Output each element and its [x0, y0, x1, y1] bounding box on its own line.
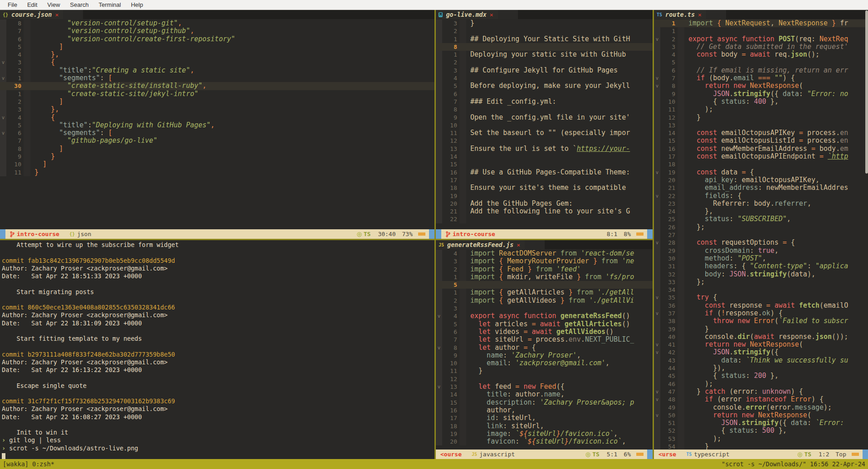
- fold-chevron-icon[interactable]: v: [654, 192, 660, 200]
- fold-chevron-icon[interactable]: v: [654, 309, 660, 317]
- code-token: getAllArticles: [503, 288, 569, 296]
- code-text: "title":"Deploying with GitHub Pages",: [30, 121, 215, 129]
- code-token: process: [807, 129, 836, 137]
- fold-chevron-icon[interactable]: v: [654, 411, 660, 419]
- code-token: name: [544, 390, 561, 398]
- code-text: [466, 43, 470, 51]
- close-icon[interactable]: ×: [55, 11, 59, 18]
- code-text: body: JSON.stringify(data),: [684, 271, 815, 278]
- code-token: articles: [495, 320, 527, 328]
- scrollbar[interactable]: [865, 10, 868, 174]
- pane-shell-terminal[interactable]: Attempt to wire up the subscribe form wi…: [0, 240, 434, 459]
- line-number: 11: [6, 169, 24, 176]
- sign-column: [459, 98, 466, 106]
- statusline-go-live: intro-course 8:1 8%: [436, 229, 653, 239]
- menu-item-help[interactable]: Help: [126, 1, 148, 8]
- code-text: "create-static-site/install-ruby",: [30, 82, 206, 90]
- code-token: Start fitting template to my needs: [2, 335, 142, 342]
- fold-column: [0, 67, 6, 74]
- tab-route-ts[interactable]: TS route.ts ×: [654, 10, 706, 19]
- code-token: ,: [190, 27, 194, 35]
- fold-chevron-icon[interactable]: v: [654, 396, 660, 403]
- json-icon: {}: [69, 232, 75, 237]
- fold-chevron-icon[interactable]: v: [654, 388, 660, 396]
- fold-chevron-icon[interactable]: v: [654, 35, 660, 43]
- line-number: 20: [442, 438, 459, 445]
- code-token: error: [733, 387, 754, 396]
- menu-item-search[interactable]: Search: [65, 1, 93, 8]
- code-token: Attempt to wire up the subscribe form wi…: [2, 241, 179, 248]
- code-token: :: [495, 414, 503, 422]
- code-token: }: [688, 113, 701, 121]
- code-text: email_address: newMemberEmailAddres: [684, 184, 848, 192]
- code-text: data: `Think we successfully su: [684, 357, 848, 364]
- cursor-position: 5:1: [607, 451, 624, 458]
- code-text: JSON.stringify({: [684, 348, 779, 356]
- sign-column: [24, 51, 30, 58]
- code-line: 12: [436, 375, 653, 383]
- code-text: import { NextRequest, NextResponse } fr: [684, 19, 848, 27]
- code-token: 'ne: [622, 257, 634, 265]
- scroll-percent: Top: [836, 451, 852, 458]
- sign-column: [678, 364, 684, 372]
- sign-column: [459, 208, 466, 215]
- code-token: from: [565, 296, 589, 305]
- terminal-line: [2, 327, 434, 335]
- filetype-label: json: [77, 231, 91, 237]
- fold-chevron-icon[interactable]: v: [0, 129, 6, 137]
- fold-chevron-icon[interactable]: v: [0, 114, 6, 121]
- tab-go-live-mdx[interactable]: M go-live.mdx ×: [436, 10, 498, 19]
- fold-chevron-icon[interactable]: v: [654, 239, 660, 247]
- code-token: ## Deploying Your Static Site with GitH: [470, 35, 630, 43]
- middle-column: M go-live.mdx × 3} 2 1## Deploying Your …: [436, 10, 653, 459]
- fold-chevron-icon[interactable]: v: [0, 58, 6, 66]
- line-number: 29: [660, 247, 678, 255]
- fold-chevron-icon[interactable]: v: [654, 82, 660, 90]
- code-token: './getAll: [597, 288, 634, 296]
- tab-course-json[interactable]: {} course.json ×: [0, 10, 63, 19]
- fold-chevron-icon[interactable]: v: [0, 74, 6, 82]
- line-number: 3: [442, 67, 459, 74]
- fold-chevron-icon[interactable]: v: [436, 344, 442, 352]
- menu-item-edit[interactable]: Edit: [22, 1, 42, 8]
- fold-chevron-icon[interactable]: v: [654, 294, 660, 301]
- code-text: JSON.stringify({ data: `Error:: [684, 419, 844, 427]
- code-token: Escape single quote: [2, 382, 87, 389]
- code-line: 44 }),: [654, 364, 868, 372]
- fold-chevron-icon[interactable]: v: [654, 341, 660, 348]
- code-token: "Deploying with GitHub Pages": [92, 121, 210, 129]
- line-number: 22: [660, 192, 678, 200]
- line-number: 16: [442, 169, 459, 176]
- menu-item-file[interactable]: File: [3, 1, 22, 8]
- menu-item-terminal[interactable]: Terminal: [94, 1, 126, 8]
- code-token: :: [799, 90, 807, 98]
- terminal-line: [2, 421, 434, 429]
- code-token: Feed: [540, 382, 556, 391]
- fold-chevron-icon[interactable]: v: [436, 312, 442, 320]
- code-token: true: [758, 247, 775, 255]
- code-token: :: [729, 215, 737, 223]
- generate-rss-feed-buffer[interactable]: 4import ReactDOMServer from 'react-dom/s…: [436, 249, 653, 450]
- fold-chevron-icon[interactable]: v: [436, 383, 442, 391]
- fold-chevron-icon[interactable]: v: [654, 74, 660, 82]
- close-icon[interactable]: ×: [490, 11, 493, 18]
- sign-column: [678, 239, 684, 247]
- tab-generate-rss-feed[interactable]: JS generateRssFeed.js ×: [436, 240, 525, 249]
- close-icon[interactable]: ×: [698, 11, 702, 18]
- go-live-mdx-buffer[interactable]: 3} 2 1## Deploying Your Static Site with…: [436, 19, 653, 229]
- menu-item-view[interactable]: View: [42, 1, 65, 8]
- fold-column: [0, 98, 6, 106]
- close-icon[interactable]: ×: [517, 242, 520, 248]
- fold-chevron-icon[interactable]: v: [654, 348, 660, 356]
- tmux-session-label[interactable]: [wakka] 0:zsh*: [3, 460, 54, 468]
- fold-chevron-icon[interactable]: v: [654, 169, 660, 176]
- lsp-status: ◎ TS: [356, 231, 378, 237]
- line-number: 26: [660, 223, 678, 231]
- code-token: ,: [762, 254, 766, 262]
- code-text: "title":"Creating a static site",: [30, 67, 194, 74]
- sign-column: [678, 294, 684, 301]
- code-token: import: [470, 288, 499, 296]
- code-line: 32 body: JSON.stringify(data),: [654, 271, 868, 278]
- route-ts-buffer[interactable]: 1import { NextRequest, NextResponse } fr…: [654, 19, 868, 450]
- course-json-buffer[interactable]: 8 "version-control/setup-git", 7 "versio…: [0, 19, 434, 229]
